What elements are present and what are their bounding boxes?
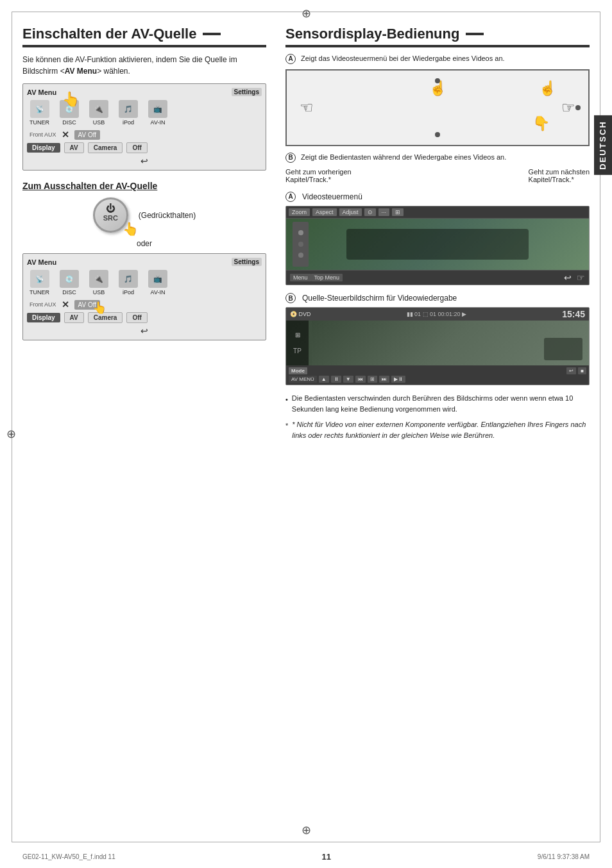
arrow-right-icon: ☞ <box>561 99 575 117</box>
dot-top <box>435 78 440 83</box>
avin-label: AV-IN <box>151 119 166 126</box>
usb-symbol: 🔌 <box>89 100 108 118</box>
off-button: Off <box>126 142 147 153</box>
video-menu-title: Videosteuermenü <box>302 192 362 201</box>
hand-right-icon: ↩ <box>564 272 572 283</box>
disc-icon-item-2: 💿 DISC <box>60 270 79 296</box>
topmenu-btn: Top Menu <box>311 274 343 281</box>
avin-icon-item: 📺 AV-IN <box>148 100 167 126</box>
sub-section-title: Zum Ausschalten der AV-Quelle <box>22 181 266 191</box>
settings-label-2: Settings <box>232 258 262 266</box>
mode-btn: Mode <box>289 367 307 374</box>
src-button-area: ⏻ SRC 👆 (Gedrückthalten) <box>22 197 266 233</box>
camera-button: Camera <box>88 142 123 153</box>
hand-cursor-src: 👆 <box>123 221 139 237</box>
crosshair-left-icon: ⊕ <box>6 427 16 441</box>
touch-diagram: ☜ ☝ ☝ ☞ 👇 <box>285 69 590 146</box>
nav-labels: Geht zum vorherigenKapitel/Track.* Geht … <box>285 168 590 183</box>
train-shape <box>544 338 582 360</box>
left-section-intro: Sie können die AV-Funktion aktivieren, i… <box>22 54 266 77</box>
bullet-symbol-1: • <box>285 394 288 405</box>
ctrl-row-2: AV MENÜ ▲ ⏸ ▼ ⏮ ⊞ ⏭ ▶⏸ <box>289 376 586 383</box>
front-aux-row-2: Front AUX ✕ AV Off 👆 <box>27 299 262 310</box>
circle-a-label: A <box>285 54 296 64</box>
cd-icon: ⊙ <box>364 208 376 216</box>
control-top-bar: 📀 DVD ▮▮ 01 ⬚ 01 00:01:20 ▶ 15:45 <box>286 308 589 321</box>
light-1 <box>298 230 303 235</box>
ipod-icon-item: 🎵 iPod <box>119 100 138 126</box>
deutsch-sidebar-label: DEUTSCH <box>594 115 612 175</box>
control-left-panel: ⊞ TP <box>286 321 309 365</box>
zoom-btn: Zoom <box>289 208 310 216</box>
play-pause-btn: ▶⏸ <box>391 376 405 383</box>
usb-label: USB <box>93 119 105 126</box>
av-menu-header-2: AV Menu Settings <box>27 258 262 266</box>
nav-left-label: Geht zum vorherigenKapitel/Track.* <box>285 168 352 183</box>
front-aux-label: Front AUX <box>30 131 56 138</box>
page-footer: GE02-11_KW-AV50_E_f.indd 11 11 9/6/11 9:… <box>22 852 590 862</box>
video-menu-bottom: Menu Top Menu ↩ ☞ <box>286 270 589 285</box>
arrow-left-icon: ☜ <box>300 99 314 117</box>
prev-btn: ⏮ <box>355 376 366 383</box>
ctrl-row-1: Mode ↩ ■ <box>289 367 586 374</box>
src-button-container: ⏻ SRC 👆 <box>93 197 128 233</box>
repeat-btn: ↩ <box>566 367 576 374</box>
dvd-label: 📀 DVD <box>290 311 311 317</box>
asterisk-symbol: * <box>285 421 288 431</box>
note-b-text: B Zeigt die Bedientasten während der Wie… <box>285 153 590 163</box>
oder-label: oder <box>22 239 266 248</box>
pause-btn: ⏸ <box>331 376 341 383</box>
av-button: AV <box>64 142 84 153</box>
light-2 <box>298 242 303 247</box>
back-arrow-icon: ↩ <box>140 156 148 166</box>
circle-a-label-2: A <box>285 192 296 202</box>
av-menu-label: AV Menu <box>27 88 56 96</box>
hand-cursor-avoff: 👆 <box>92 301 106 315</box>
src-label: SRC <box>103 214 118 222</box>
avmenu-btn: AV MENÜ <box>289 376 317 383</box>
grid-ctrl-icon: ⊞ <box>295 331 300 338</box>
traffic-light-left <box>293 222 309 267</box>
dot-right <box>575 105 581 110</box>
avin-icon-item-2: 📺 AV-IN <box>148 270 167 296</box>
disc-symbol-2: 💿 <box>60 270 79 288</box>
display-button: Display <box>27 143 60 153</box>
settings-label: Settings <box>232 88 262 96</box>
up-btn: ▲ <box>319 376 329 383</box>
title-bar-right <box>466 33 484 35</box>
date-info: 9/6/11 9:37:38 AM <box>538 853 590 860</box>
usb-icon-item-2: 🔌 USB <box>89 270 108 296</box>
avin-symbol: 📺 <box>148 100 167 118</box>
tp-label: TP <box>293 347 302 355</box>
time-display: 15:45 <box>562 309 585 319</box>
hand-bottom-icon: 👇 <box>532 115 550 132</box>
right-column: Sensordisplay-Bedienung A Zeigt das Vide… <box>285 26 590 446</box>
left-section-title: Einschalten der AV-Quelle <box>22 26 266 47</box>
av-menu-icons-row: 📡 TUNER 💿 DISC 🔌 USB 🎵 iPod <box>27 100 262 126</box>
front-aux-row: Front AUX ✕ AV Off <box>27 129 262 140</box>
stop-btn: ■ <box>578 367 586 374</box>
avin-symbol-2: 📺 <box>148 270 167 288</box>
adjust-btn: Adjust <box>339 208 362 216</box>
down-btn: ▼ <box>343 376 353 383</box>
av-off-button-2: AV Off 👆 <box>74 300 101 310</box>
control-screen-title: Quelle-Steuerbildschirm für Videowiederg… <box>302 294 457 303</box>
circle-b-label-2: B <box>285 293 296 303</box>
video-dark-area <box>346 229 528 260</box>
light-3 <box>298 253 303 258</box>
tuner-icon-item: 📡 TUNER <box>30 100 49 126</box>
av-menu-bottom-row: Display AV Camera Off <box>27 142 262 153</box>
av-menu-label-2: AV Menu <box>27 258 56 266</box>
back-arrow-row: ↩ <box>27 156 262 166</box>
track-info: ▮▮ 01 ⬚ 01 00:01:20 ▶ <box>407 311 467 317</box>
crosshair-top-icon: ⊕ <box>302 6 311 21</box>
nav-right-label: Geht zum nächstenKapitel/Track.* <box>529 168 590 183</box>
tuner-symbol-2: 📡 <box>30 270 49 288</box>
video-menu-label-row: A Videosteuermenü <box>285 192 362 202</box>
av-menu-bottom-row-2: Display AV Camera Off <box>27 312 262 323</box>
power-icon: ⏻ <box>106 203 115 213</box>
note-a-text: A Zeigt das Videosteuermenü bei der Wied… <box>285 54 590 64</box>
title-bar-decoration <box>203 33 221 35</box>
video-content <box>286 219 589 270</box>
video-bg <box>312 321 589 365</box>
